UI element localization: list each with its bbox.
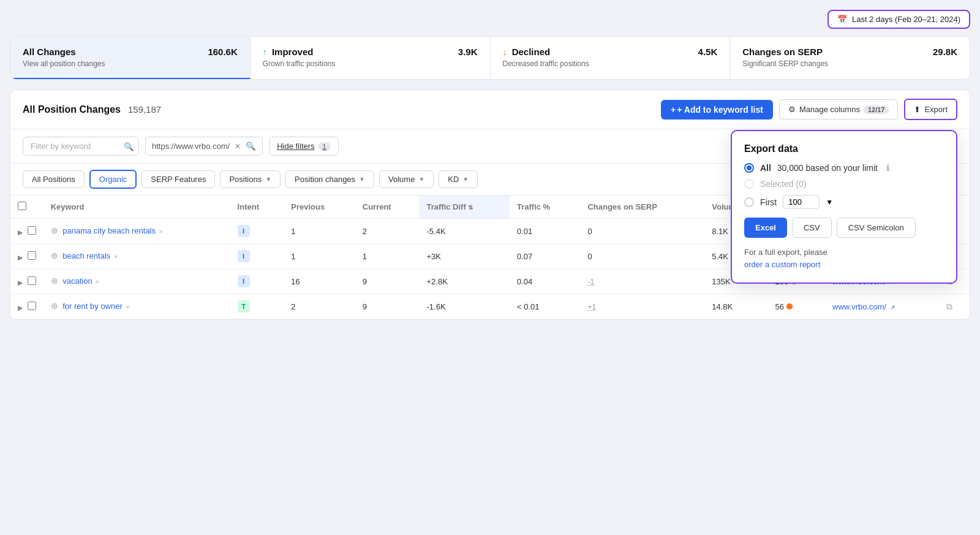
url-search-button[interactable]: 🔍: [246, 142, 256, 151]
select-all-checkbox[interactable]: [18, 202, 26, 210]
previous-cell: 1: [284, 219, 355, 244]
previous-cell: 16: [284, 269, 355, 294]
export-title: Export data: [744, 143, 944, 154]
panel-header: All Position Changes 159,187 + + Add to …: [10, 90, 970, 129]
col-traffic-pct: Traffic %: [510, 195, 580, 219]
card-improved-sub: Grown traffic positions: [263, 59, 478, 68]
keyword-arrow-icon: »: [126, 303, 129, 310]
card-serp-changes[interactable]: Changes on SERP 29.8K Significant SERP c…: [730, 37, 970, 79]
export-first-radio[interactable]: [744, 197, 754, 207]
traffic-diff-cell: +3K: [419, 244, 510, 269]
previous-cell: 2: [284, 294, 355, 319]
card-all-changes[interactable]: All Changes 160.6K View all position cha…: [10, 37, 251, 79]
keyword-filter-input[interactable]: [23, 137, 139, 156]
main-panel: All Position Changes 159,187 + + Add to …: [10, 89, 970, 320]
export-first-label: First: [760, 197, 777, 207]
export-csv-button[interactable]: CSV: [792, 218, 832, 238]
manage-columns-button[interactable]: ⚙ Manage columns 12/17: [779, 99, 899, 120]
plus-icon: +: [671, 105, 676, 115]
export-button[interactable]: ⬆ Export: [904, 99, 957, 120]
summary-cards: All Changes 160.6K View all position cha…: [10, 36, 970, 80]
export-csv-semicolon-button[interactable]: CSV Semicolon: [837, 218, 916, 238]
row-checkbox[interactable]: [28, 276, 36, 285]
keyword-link[interactable]: beach rentals: [62, 251, 110, 260]
traffic-diff-cell: -1.6K: [419, 294, 510, 319]
header-actions: + + Add to keyword list ⚙ Manage columns…: [661, 99, 957, 120]
export-dropdown: Export data All 30,000 based on your lim…: [731, 130, 957, 284]
current-cell: 1: [355, 244, 420, 269]
panel-count: 159,187: [128, 104, 161, 115]
gear-icon: ⚙: [788, 105, 796, 114]
keyword-cell: ⊕ beach rentals »: [43, 244, 230, 269]
traffic-pct-cell: 0.04: [510, 269, 580, 294]
info-icon: ℹ: [886, 163, 889, 173]
add-keyword-icon[interactable]: ⊕: [51, 226, 58, 235]
export-all-label: All 30,000 based on your limit ℹ: [760, 163, 889, 173]
card-all-changes-sub: View all position changes: [23, 59, 238, 68]
export-format-buttons: Excel CSV CSV Semicolon: [744, 218, 944, 238]
traffic-pct-cell: < 0.01: [510, 294, 580, 319]
kd-cell: 56: [768, 294, 825, 319]
screenshot-cell: ⧉: [939, 294, 970, 319]
card-declined-title: ↓ Declined: [503, 47, 551, 57]
row-checkbox[interactable]: [28, 302, 36, 310]
col-changes-serp: Changes on SERP: [580, 195, 704, 219]
add-keyword-icon[interactable]: ⊕: [51, 301, 58, 311]
current-cell: 9: [355, 269, 420, 294]
keyword-cell: ⊕ panama city beach rentals »: [43, 219, 230, 244]
row-expand-button[interactable]: ▶: [18, 254, 23, 262]
card-declined-count: 4.5K: [698, 47, 718, 57]
pill-all-positions[interactable]: All Positions: [23, 170, 85, 188]
export-all-radio[interactable]: [744, 163, 754, 173]
row-checkbox[interactable]: [28, 251, 36, 260]
export-excel-button[interactable]: Excel: [744, 218, 787, 238]
hide-filters-button[interactable]: Hide filters 1: [269, 137, 339, 156]
pill-organic[interactable]: Organic: [89, 170, 137, 189]
pill-volume-dropdown[interactable]: Volume ▼: [379, 170, 434, 188]
row-expand-button[interactable]: ▶: [18, 304, 23, 312]
screenshot-icon[interactable]: ⧉: [946, 302, 952, 311]
pill-kd-dropdown[interactable]: KD ▼: [439, 170, 478, 188]
add-keyword-button[interactable]: + + Add to keyword list: [661, 100, 773, 120]
card-serp-sub: Significant SERP changes: [742, 59, 957, 68]
previous-cell: 1: [284, 244, 355, 269]
col-previous: Previous: [284, 195, 355, 219]
row-expand-button[interactable]: ▶: [18, 229, 23, 237]
current-cell: 2: [355, 219, 420, 244]
url-filter-clear-button[interactable]: ✕: [235, 142, 241, 151]
url-cell: www.vrbo.com/ ↗: [825, 294, 939, 319]
card-improved[interactable]: ↑ Improved 3.9K Grown traffic positions: [251, 37, 491, 79]
pill-position-changes-dropdown[interactable]: Position changes ▼: [285, 170, 374, 188]
export-note: For a full export, please order a custom…: [744, 246, 944, 270]
export-icon: ⬆: [914, 105, 921, 114]
row-expand-button[interactable]: ▶: [18, 279, 23, 287]
row-checkbox[interactable]: [28, 226, 36, 235]
keyword-link[interactable]: panama city beach rentals: [62, 226, 156, 235]
date-range-badge[interactable]: 📅 Last 2 days (Feb 20–21, 2024): [827, 10, 970, 29]
add-keyword-icon[interactable]: ⊕: [51, 276, 58, 286]
keyword-link[interactable]: vacation: [62, 276, 92, 286]
up-arrow-icon: ↑: [263, 47, 267, 57]
intent-cell: T: [230, 294, 284, 319]
chevron-down-icon: ▼: [359, 176, 365, 183]
export-selected-radio[interactable]: [744, 179, 754, 189]
url-link[interactable]: www.vrbo.com/: [832, 302, 886, 311]
table-row: ▶ ⊕ for rent by owner » T 2 9 -1.6K < 0.…: [10, 294, 970, 319]
export-first-count-input[interactable]: [783, 195, 820, 209]
col-traffic-diff[interactable]: Traffic Diff ⇅: [419, 195, 510, 219]
custom-report-link[interactable]: order a custom report: [744, 260, 820, 269]
keyword-link[interactable]: for rent by owner: [62, 302, 123, 311]
keyword-filter-wrap: 🔍: [23, 137, 139, 156]
intent-cell: I: [230, 244, 284, 269]
keyword-search-button[interactable]: 🔍: [124, 142, 134, 151]
first-count-dropdown-icon[interactable]: ▼: [826, 198, 833, 207]
pill-positions-dropdown[interactable]: Positions ▼: [220, 170, 281, 188]
pill-serp-features[interactable]: SERP Features: [141, 170, 215, 188]
panel-title-wrap: All Position Changes 159,187: [23, 104, 161, 115]
add-keyword-icon[interactable]: ⊕: [51, 251, 58, 260]
card-declined[interactable]: ↓ Declined 4.5K Decreased traffic positi…: [491, 37, 731, 79]
sort-icon: ⇅: [468, 204, 473, 211]
chevron-down-icon: ▼: [462, 176, 469, 183]
col-keyword: Keyword: [43, 195, 230, 219]
columns-count-badge: 12/17: [864, 105, 889, 114]
